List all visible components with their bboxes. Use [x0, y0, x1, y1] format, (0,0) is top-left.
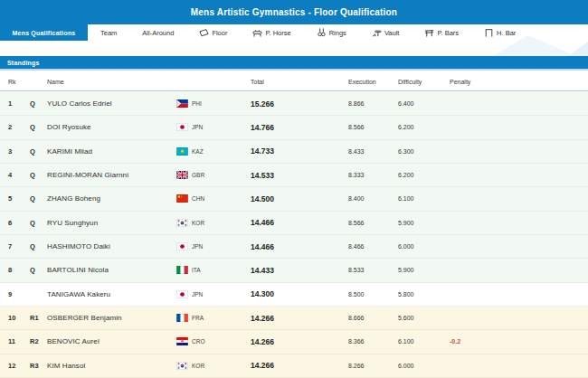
- execution-score: 8.400: [348, 195, 398, 202]
- qualified-badge: Q: [24, 123, 47, 131]
- table-row: 12 R3 KIM Hansol KOR 14.266 8.266 6.000: [0, 354, 588, 378]
- country-code: GBR: [192, 172, 204, 178]
- country-code: FRA: [192, 315, 204, 321]
- qualified-badge: Q: [24, 266, 47, 274]
- country-flag-icon: [176, 362, 188, 370]
- qualified-badge: Q: [24, 147, 47, 156]
- athlete-name: KARIMI Milad: [47, 147, 176, 156]
- tab-team[interactable]: Team: [88, 24, 129, 41]
- country-flag-icon: [176, 314, 188, 322]
- tab-p-horse[interactable]: P. Horse: [240, 24, 303, 41]
- rank-cell: 4: [0, 171, 24, 179]
- tab-vault[interactable]: Vault: [359, 24, 413, 41]
- difficulty-score: 5.900: [398, 267, 450, 273]
- penalty-value: -0.2: [450, 338, 588, 345]
- athlete-name: TANIGAWA Kakeru: [47, 290, 176, 298]
- country-flag-icon: [176, 266, 188, 274]
- tab-label: Team: [100, 29, 117, 37]
- country-flag-icon: [176, 242, 188, 250]
- total-score: 14.500: [251, 194, 348, 203]
- execution-score: 8.666: [348, 315, 398, 321]
- rank-cell: 3: [0, 147, 24, 156]
- table-row: 2 Q DOI Ryosuke JPN 14.766 8.566 6.200: [0, 116, 588, 139]
- rank-cell: 2: [0, 123, 24, 131]
- difficulty-score: 6.100: [398, 195, 450, 202]
- athlete-name: BENOVIC Aurel: [47, 337, 176, 345]
- country-code: JPN: [192, 243, 203, 250]
- execution-score: 8.266: [348, 363, 398, 369]
- event-tab-bar: Mens Qualifications Team All-Around Floo…: [0, 24, 588, 41]
- country-flag-icon: [176, 147, 188, 156]
- parallel-bars-icon: [424, 28, 434, 38]
- total-score: 14.300: [251, 289, 348, 298]
- difficulty-score: 6.200: [398, 172, 450, 178]
- athlete-name: HASHIMOTO Daiki: [47, 242, 176, 250]
- total-score: 14.266: [251, 314, 348, 323]
- table-row: 1 Q YULO Carlos Edriel PHI 15.266 8.866 …: [0, 92, 588, 116]
- table-row: 10 R1 OSBERGER Benjamin FRA 14.266 8.666…: [0, 307, 588, 330]
- total-score: 14.533: [251, 171, 348, 180]
- qualified-badge: Q: [24, 99, 47, 108]
- gymnastics-results-app: Mens Artistic Gymnastics - Floor Qualifi…: [0, 0, 588, 378]
- table-row: 8 Q BARTOLINI Nicola ITA 14.433 8.533 5.…: [0, 259, 588, 282]
- athlete-name: OSBERGER Benjamin: [47, 314, 176, 322]
- athlete-name: RYU Sunghyun: [47, 219, 176, 227]
- column-header-name: Name: [47, 79, 176, 85]
- total-score: 14.266: [251, 361, 348, 370]
- column-header-execution: Execution: [348, 79, 398, 85]
- country-flag-icon: [176, 290, 188, 298]
- rank-cell: 12: [0, 362, 24, 370]
- rank-cell: 5: [0, 194, 24, 203]
- country-flag-icon: [176, 194, 188, 203]
- tab-label: P. Bars: [437, 29, 459, 37]
- tab-h-bar[interactable]: H. Bar: [471, 24, 528, 41]
- standings-section-header: Standings: [0, 56, 588, 71]
- tab-mens-qualifications[interactable]: Mens Qualifications: [0, 24, 88, 41]
- execution-score: 8.566: [348, 124, 398, 130]
- table-row: 4 Q REGINI-MORAN Giarnni GBR 14.533 8.33…: [0, 164, 588, 187]
- rank-cell: 8: [0, 266, 24, 274]
- table-row: 6 Q RYU Sunghyun KOR 14.466 8.566 5.900: [0, 212, 588, 235]
- rank-cell: 7: [0, 242, 24, 250]
- execution-score: 8.566: [348, 220, 398, 226]
- difficulty-score: 6.400: [398, 100, 450, 107]
- country-flag-icon: [176, 99, 188, 108]
- rank-cell: 6: [0, 219, 24, 227]
- execution-score: 8.333: [348, 172, 398, 178]
- table-row: 3 Q KARIMI Milad KAZ 14.733 8.433 6.300: [0, 140, 588, 164]
- rank-cell: 9: [0, 290, 24, 298]
- rank-cell: 1: [0, 99, 24, 108]
- column-header-penalty: Penalty: [450, 79, 588, 85]
- country-code: KAZ: [192, 148, 204, 155]
- rings-icon: [317, 28, 327, 38]
- rank-cell: 11: [0, 337, 24, 345]
- table-row: 11 R2 BENOVIC Aurel CRO 14.266 8.366 6.1…: [0, 330, 588, 354]
- country-flag-icon: [176, 337, 188, 345]
- athlete-name: DOI Ryosuke: [47, 123, 176, 131]
- tab-p-bars[interactable]: P. Bars: [412, 24, 471, 41]
- total-score: 14.466: [251, 242, 348, 251]
- floor-icon: [199, 28, 209, 38]
- difficulty-score: 6.100: [398, 338, 450, 345]
- table-row: 5 Q ZHANG Boheng CHN 14.500 8.400 6.100: [0, 187, 588, 211]
- execution-score: 8.433: [348, 148, 398, 155]
- pommel-horse-icon: [252, 28, 262, 38]
- tab-label: P. Horse: [265, 29, 290, 37]
- qualified-badge: R2: [24, 337, 47, 345]
- qualified-badge: R1: [24, 314, 47, 322]
- difficulty-score: 6.300: [398, 148, 450, 155]
- country-code: CRO: [192, 338, 204, 345]
- execution-score: 8.500: [348, 291, 398, 298]
- athlete-name: REGINI-MORAN Giarnni: [47, 171, 176, 179]
- country-code: JPN: [192, 291, 203, 298]
- tab-all-around[interactable]: All-Around: [129, 24, 186, 41]
- tab-floor[interactable]: Floor: [186, 24, 240, 41]
- qualified-badge: Q: [24, 194, 47, 203]
- country-code: ITA: [192, 267, 201, 273]
- column-header-rank: Rk: [0, 79, 24, 85]
- difficulty-score: 5.600: [398, 315, 450, 321]
- country-code: KOR: [192, 363, 204, 369]
- vault-icon: [372, 28, 382, 38]
- tab-rings[interactable]: Rings: [304, 24, 359, 41]
- country-flag-icon: [176, 123, 188, 131]
